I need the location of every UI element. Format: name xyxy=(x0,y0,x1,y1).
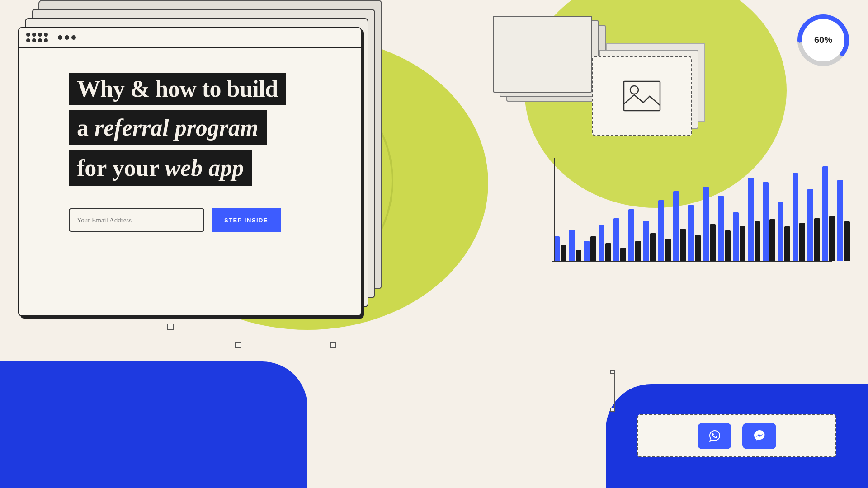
bar-blue xyxy=(763,182,769,261)
bar-dark xyxy=(576,250,581,261)
bar-dark xyxy=(710,224,716,261)
bar-group xyxy=(733,212,745,261)
bar-group xyxy=(718,196,731,261)
bar-blue xyxy=(658,200,664,261)
bar-group xyxy=(822,166,835,261)
bar-blue xyxy=(628,209,634,261)
title-area: Why & how to build a referral program fo… xyxy=(69,73,343,186)
browser-window: Why & how to build a referral program fo… xyxy=(18,27,362,316)
bar-dark xyxy=(590,236,596,261)
bar-blue xyxy=(807,189,813,261)
bar-dark xyxy=(814,218,820,261)
bar-blue xyxy=(837,180,843,261)
step-inside-button[interactable]: STEP INSIDE xyxy=(212,208,281,232)
bar-blue xyxy=(703,187,709,261)
bar-dark xyxy=(695,235,701,261)
bar-group xyxy=(658,200,671,261)
bar-group xyxy=(837,180,850,261)
connector-vertical-line xyxy=(614,373,615,409)
bar-dark xyxy=(561,245,566,261)
bar-dark xyxy=(635,241,641,261)
bar-group xyxy=(778,202,790,261)
title-block-2: a referral program xyxy=(69,110,267,145)
bar-group xyxy=(703,187,716,261)
bar-group xyxy=(763,182,775,261)
bar-dark xyxy=(784,226,790,261)
progress-circle-container: 60% xyxy=(796,13,851,68)
svg-point-1 xyxy=(630,86,638,94)
bar-dark xyxy=(725,230,731,261)
svg-rect-0 xyxy=(624,81,660,111)
connector-square-3 xyxy=(330,342,336,348)
bar-blue xyxy=(793,173,798,261)
title-line3-prefix: for your xyxy=(77,155,165,181)
bar-blue xyxy=(584,241,590,261)
browser-dots xyxy=(26,33,48,42)
bar-dark xyxy=(665,239,671,261)
bar-blue xyxy=(748,178,754,261)
bar-group xyxy=(643,221,656,261)
bar-dark xyxy=(620,248,626,261)
bar-dark xyxy=(650,233,656,261)
bar-dark xyxy=(769,219,775,261)
bar-dark xyxy=(605,243,611,261)
whatsapp-icon xyxy=(708,429,722,443)
title-block-1: Why & how to build xyxy=(69,73,286,105)
bar-blue xyxy=(599,225,604,261)
email-input[interactable] xyxy=(69,208,204,232)
bar-group xyxy=(613,218,626,261)
messenger-icon xyxy=(752,429,767,443)
bar-blue xyxy=(822,166,828,261)
whatsapp-button[interactable] xyxy=(698,423,731,449)
title-line3-italic: web app xyxy=(165,155,244,181)
email-form: STEP INSIDE xyxy=(69,208,343,232)
bar-dark xyxy=(680,229,686,261)
bar-blue xyxy=(688,205,694,261)
bar-chart-container xyxy=(552,158,832,289)
bar-group xyxy=(599,225,611,261)
bar-dark xyxy=(829,216,835,261)
bar-blue xyxy=(733,212,739,261)
bar-blue xyxy=(569,230,575,261)
connector-dot-bottom xyxy=(610,408,615,412)
bar-group xyxy=(748,178,760,261)
bar-group xyxy=(569,230,581,261)
bar-chart xyxy=(552,158,832,262)
title-line2-italic: referral program xyxy=(94,115,259,141)
bar-group xyxy=(807,189,820,261)
bar-group xyxy=(628,209,641,261)
mini-browser-back1 xyxy=(493,16,592,93)
title-block-3: for your web app xyxy=(69,150,252,186)
bar-group xyxy=(688,205,701,261)
image-placeholder-icon xyxy=(622,79,662,113)
bar-blue xyxy=(643,221,649,261)
progress-circle-svg: 60% xyxy=(796,13,851,68)
browser-content: Why & how to build a referral program fo… xyxy=(19,48,361,250)
title-line1: Why & how to build xyxy=(77,76,278,102)
bar-group xyxy=(554,236,566,261)
messenger-button[interactable] xyxy=(742,423,776,449)
bar-group xyxy=(673,191,686,261)
image-placeholder-card xyxy=(592,56,692,136)
bar-blue xyxy=(673,191,679,261)
connector-square-1 xyxy=(167,324,174,330)
bar-dark xyxy=(799,223,805,261)
connector-square-2 xyxy=(235,342,241,348)
bar-dark xyxy=(740,226,745,261)
social-share-card xyxy=(637,414,836,457)
progress-label: 60% xyxy=(814,35,832,45)
bar-blue xyxy=(778,202,783,261)
bar-group xyxy=(793,173,805,261)
bar-group xyxy=(584,236,596,261)
bar-dark xyxy=(755,221,760,261)
title-line2-prefix: a xyxy=(77,115,94,141)
bar-blue xyxy=(613,218,619,261)
browser-toolbar xyxy=(19,28,361,48)
browser-nav-dots xyxy=(58,35,76,40)
bar-blue xyxy=(718,196,724,261)
bar-dark xyxy=(844,221,850,261)
connector-dot-top xyxy=(610,370,615,374)
chart-y-axis xyxy=(554,158,555,262)
